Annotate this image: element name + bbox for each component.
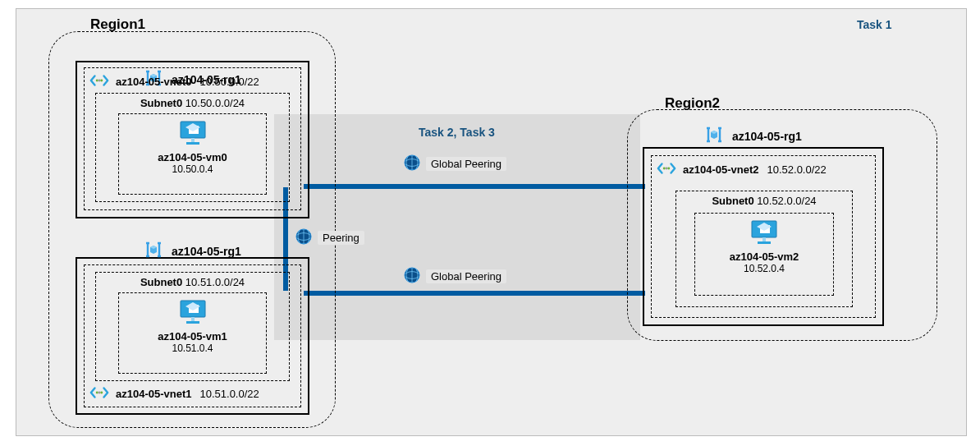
svg-point-19 — [666, 168, 668, 170]
region1-rga-vm-ip: 10.50.0.4 — [119, 163, 266, 175]
svg-rect-16 — [191, 317, 195, 321]
region2-vm-name: az104-05-vm2 — [695, 249, 833, 263]
region2-rg-name: az104-05-rg1 — [732, 130, 802, 143]
peering-global-bottom-text: Global Peering — [426, 269, 506, 283]
peering-global-top-label: Global Peering — [403, 154, 506, 174]
region1-rga-vnet-cidr: 10.50.0.0/22 — [200, 76, 259, 88]
vnet-icon — [89, 385, 109, 402]
region2-vm-label: az104-05-vm2 10.52.0.4 — [695, 249, 833, 274]
svg-point-11 — [100, 392, 103, 394]
region1-rgb-subnet-cidr: 10.51.0.0/24 — [185, 276, 245, 288]
region1-rga-vm-box: az104-05-vm0 10.50.0.4 — [118, 113, 267, 195]
region2-subnet-title: Subnet0 10.52.0.0/24 — [676, 191, 852, 207]
architecture-diagram: Task 1 Task 2, Task 3 Region1 Region2 az… — [0, 0, 980, 446]
region2-vnet-cidr: 10.52.0.0/22 — [767, 163, 827, 176]
region2-subnet-cidr: 10.52.0.0/24 — [757, 195, 816, 207]
vnet-icon — [89, 73, 109, 90]
vm-icon — [178, 298, 208, 329]
region1-rgb-header: az104-05-rg1 — [77, 234, 308, 269]
region1-rgb-subnet-name: Subnet0 — [140, 276, 182, 288]
svg-rect-25 — [762, 237, 766, 241]
region1-rgb-vm-box: az104-05-vm1 10.51.0.4 — [118, 292, 267, 374]
svg-point-18 — [663, 168, 666, 170]
svg-point-0 — [96, 80, 98, 82]
resource-group-icon — [704, 125, 724, 147]
region2-subnet-name: Subnet0 — [712, 195, 753, 207]
svg-point-1 — [98, 80, 101, 82]
task23-label: Task 2, Task 3 — [419, 126, 495, 139]
region2-vnet-name: az104-05-vnet2 — [683, 163, 759, 176]
vm-icon — [178, 119, 208, 149]
region1-rgb-vnet-name: az104-05-vnet1 — [116, 388, 192, 400]
connector-global-top — [304, 184, 645, 189]
globe-peering-icon — [403, 266, 421, 287]
region1-rga-vm-name: az104-05-vm0 — [119, 149, 266, 163]
globe-peering-icon — [403, 154, 421, 174]
svg-point-9 — [96, 392, 98, 394]
resource-group-icon — [144, 240, 163, 262]
peering-local-text: Peering — [318, 231, 364, 245]
region1-rgb-vm-name: az104-05-vm1 — [119, 329, 266, 343]
svg-point-10 — [98, 392, 101, 394]
region1-rgb-vm-label: az104-05-vm1 10.51.0.4 — [119, 329, 266, 354]
region1-rga-vnet-name: az104-05-vnet0 — [116, 76, 192, 88]
svg-rect-8 — [186, 142, 199, 145]
region1-rgb-subnet-title: Subnet0 10.51.0.0/24 — [96, 273, 289, 288]
region2-vm-box: az104-05-vm2 10.52.0.4 — [694, 213, 834, 296]
task1-label: Task 1 — [857, 18, 892, 31]
region1-rga-vm-label: az104-05-vm0 10.50.0.4 — [119, 149, 266, 175]
vm-icon — [749, 218, 779, 249]
peering-global-top-text: Global Peering — [426, 157, 506, 171]
region1-rga-subnet-cidr: 10.50.0.0/24 — [185, 97, 245, 109]
region1-rgb-name: az104-05-rg1 — [172, 245, 241, 258]
peering-global-bottom-label: Global Peering — [403, 266, 506, 287]
region1-title: Region1 — [85, 16, 150, 33]
vnet-icon — [657, 161, 676, 178]
region1-rgb-vnet-header: az104-05-vnet1 10.51.0.0/22 — [85, 380, 259, 405]
svg-point-2 — [100, 80, 103, 82]
region2-title: Region2 — [660, 95, 725, 112]
region1-rgb-vm-ip: 10.51.0.4 — [119, 343, 266, 354]
region2-vnet-header: az104-05-vnet2 10.52.0.0/22 — [652, 156, 875, 181]
region1-rga-subnet-name: Subnet0 — [140, 97, 182, 109]
region2-vm-ip: 10.52.0.4 — [695, 263, 833, 274]
peering-local-label: Peering — [295, 228, 364, 248]
region2-rg-header: az104-05-rg1 — [696, 119, 802, 154]
svg-rect-7 — [191, 138, 195, 142]
globe-peering-icon — [295, 228, 313, 248]
svg-rect-17 — [186, 321, 199, 324]
svg-rect-26 — [758, 241, 771, 244]
region1-rga-vnet-header: az104-05-vnet0 10.50.0.0/22 — [85, 68, 300, 93]
svg-point-20 — [667, 168, 670, 170]
region1-rga-subnet-title: Subnet0 10.50.0.0/24 — [96, 94, 289, 109]
region1-rgb-vnet-cidr: 10.51.0.0/22 — [200, 388, 259, 400]
connector-global-bottom — [304, 291, 645, 296]
